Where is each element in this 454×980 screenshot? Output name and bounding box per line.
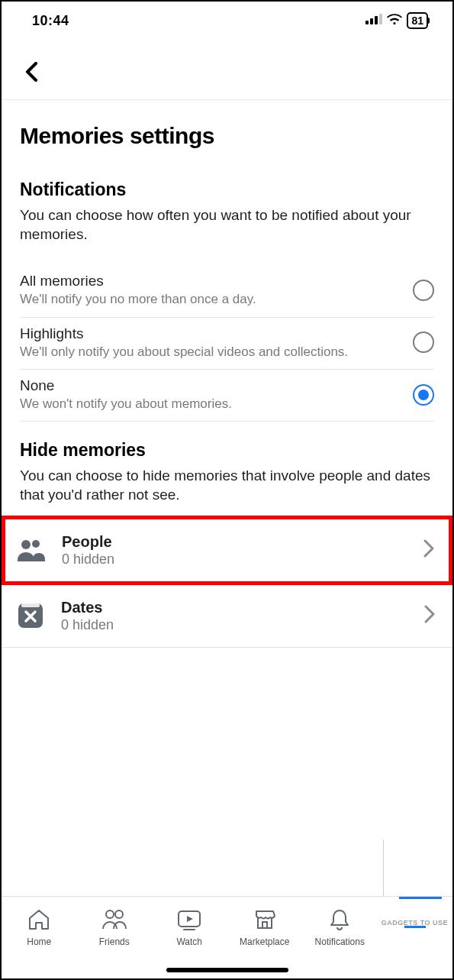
hide-desc: You can choose to hide memories that inv…: [20, 467, 434, 504]
svg-rect-7: [21, 603, 40, 607]
radio-icon: [413, 332, 434, 353]
svg-point-4: [21, 540, 31, 549]
active-indicator: [399, 897, 442, 899]
tab-marketplace[interactable]: Marketplace: [227, 897, 303, 978]
tab-menu[interactable]: [378, 897, 453, 978]
tab-watch[interactable]: Watch: [152, 897, 227, 978]
option-none[interactable]: None We won't notify you about memories.: [20, 370, 434, 422]
radio-icon: [413, 384, 434, 406]
chevron-right-icon: [423, 539, 435, 561]
header: [2, 40, 452, 99]
svg-rect-1: [370, 18, 373, 24]
svg-point-5: [32, 540, 40, 548]
tab-home[interactable]: Home: [2, 897, 77, 978]
status-time: 10:44: [32, 13, 69, 29]
chevron-left-icon: [24, 62, 40, 82]
tab-label: Home: [27, 936, 51, 947]
row-title: Dates: [61, 599, 408, 616]
svg-point-8: [106, 910, 114, 918]
content: Memories settings Notifications You can …: [2, 123, 452, 648]
tab-label: Friends: [99, 936, 130, 947]
page-title: Memories settings: [20, 123, 434, 149]
tab-friends[interactable]: Friends: [77, 897, 153, 978]
tab-bar: Home Friends Watch Marketplace Notificat…: [2, 896, 452, 978]
home-indicator: [166, 968, 288, 972]
option-title: All memories: [20, 273, 401, 289]
friends-icon: [101, 907, 127, 932]
hide-people-row[interactable]: People 0 hidden: [5, 519, 449, 581]
people-icon: [16, 535, 47, 565]
home-icon: [27, 907, 50, 932]
status-bar: 10:44 81: [2, 2, 452, 40]
back-button[interactable]: [18, 58, 46, 86]
tab-label: Watch: [176, 936, 202, 947]
tab-label: Notifications: [315, 936, 365, 947]
marketplace-icon: [253, 907, 276, 932]
svg-rect-12: [262, 922, 267, 928]
highlight-box: People 0 hidden: [2, 516, 452, 585]
option-title: Highlights: [20, 325, 401, 342]
chevron-right-icon: [423, 604, 436, 627]
notifications-heading: Notifications: [20, 180, 434, 200]
svg-point-9: [115, 910, 123, 918]
svg-rect-0: [365, 21, 369, 24]
status-indicators: 81: [365, 12, 428, 29]
option-highlights[interactable]: Highlights We'll only notify you about s…: [20, 318, 434, 370]
svg-rect-3: [379, 14, 382, 24]
cellular-icon: [365, 14, 382, 27]
option-sub: We won't notify you about memories.: [20, 396, 401, 412]
row-title: People: [62, 533, 407, 551]
radio-icon: [413, 280, 434, 301]
tab-notifications[interactable]: Notifications: [302, 897, 378, 978]
watermark: GADGETS TO USE: [382, 919, 448, 927]
hide-heading: Hide memories: [20, 440, 434, 461]
option-all-memories[interactable]: All memories We'll notify you no more th…: [20, 265, 434, 317]
notifications-desc: You can choose how often you want to be …: [20, 206, 434, 244]
tab-label: Marketplace: [240, 936, 289, 947]
divider: [2, 99, 452, 100]
svg-rect-2: [375, 16, 378, 24]
battery-indicator: 81: [407, 12, 428, 29]
watch-icon: [176, 907, 202, 932]
option-title: None: [20, 377, 401, 394]
option-sub: We'll only notify you about special vide…: [20, 344, 401, 360]
decorative-line: [383, 839, 384, 896]
row-sub: 0 hidden: [61, 617, 408, 633]
row-sub: 0 hidden: [62, 551, 407, 568]
dates-icon: [15, 600, 46, 631]
bell-icon: [329, 907, 350, 932]
divider: [2, 647, 452, 648]
option-sub: We'll notify you no more than once a day…: [20, 291, 401, 307]
hide-dates-row[interactable]: Dates 0 hidden: [2, 585, 452, 647]
wifi-icon: [387, 14, 402, 28]
